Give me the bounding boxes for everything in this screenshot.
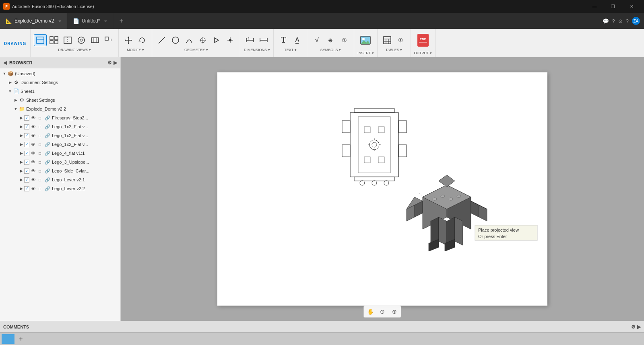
comments-settings-icon[interactable]: ⚙ [631, 324, 636, 330]
expand-doc-settings[interactable]: ▶ [7, 80, 13, 84]
tree-item-item2[interactable]: ▶ 👁 □ 🔗 Lego_1x2_Flat v... [0, 122, 120, 131]
checkbox-item1[interactable] [24, 115, 29, 121]
tree-item-explode-demo[interactable]: ▼ 📁 Explode_Demo v2:2 [0, 105, 120, 113]
expand-item4[interactable]: ▶ [19, 142, 24, 146]
section-view-button[interactable] [61, 34, 74, 46]
arc-button[interactable] [183, 34, 196, 46]
checkbox-item4[interactable] [24, 142, 29, 147]
tab-action-help2[interactable]: ? [626, 18, 629, 24]
tree-item-doc-settings[interactable]: ▶ ⚙ Document Settings [0, 78, 120, 87]
expand-root[interactable]: ▼ [2, 72, 7, 76]
rotate-button[interactable] [136, 34, 149, 46]
move-button[interactable] [122, 34, 135, 46]
tree-item-item9[interactable]: ▶ 👁 □ 🔗 Lego_Lever v2:2 [0, 184, 120, 193]
tree-item-item7[interactable]: ▶ 👁 □ 🔗 Lego_Side_Cylar... [0, 166, 120, 175]
sidebar-back-arrow[interactable]: ◀ [3, 60, 7, 66]
expand-sheet1[interactable]: ▼ [7, 89, 13, 93]
bom-button[interactable]: ① [394, 34, 407, 46]
eye-item6[interactable]: 👁 [30, 159, 36, 165]
minimize-button[interactable]: — [585, 0, 604, 13]
tree-item-sheet1[interactable]: ▼ 📄 Sheet1 [0, 87, 120, 96]
sqrt-button[interactable]: √ [310, 34, 323, 46]
eye-item8[interactable]: 👁 [30, 177, 36, 183]
tab-drawing-close[interactable]: ✕ [58, 19, 61, 23]
insert-image-button[interactable] [358, 31, 373, 49]
window-controls[interactable]: — ❐ ✕ [585, 0, 641, 13]
footer-tab-add[interactable]: + [16, 334, 26, 344]
checkbox-item6[interactable] [24, 160, 29, 165]
footer-tab-sheet1[interactable] [2, 334, 14, 344]
tab-action-notify[interactable]: 💬 [603, 18, 609, 24]
eye-item9[interactable]: 👁 [30, 185, 36, 192]
checkbox-item5[interactable] [24, 151, 29, 156]
tree-item-root[interactable]: ▼ 📦 (Unsaved) [0, 69, 120, 78]
text2-button[interactable]: A̲ [291, 34, 303, 46]
expand-item6[interactable]: ▶ [19, 160, 24, 164]
eye-item2[interactable]: 👁 [30, 123, 36, 130]
zoom-fit-button[interactable]: ⊙ [377, 307, 388, 316]
tab-untitled-close[interactable]: ✕ [104, 19, 107, 23]
point-button[interactable] [224, 34, 237, 46]
tree-item-item6[interactable]: ▶ 👁 □ 🔗 Lego_3_Upslope... [0, 158, 120, 166]
symbol2-button[interactable]: ① [338, 34, 351, 46]
sidebar-collapse-icon[interactable]: ▶ [114, 60, 117, 66]
eye-item1[interactable]: 👁 [30, 115, 36, 121]
projected-view-button[interactable] [47, 34, 60, 46]
table-button[interactable] [381, 34, 394, 46]
break-view-button[interactable] [89, 34, 101, 46]
eye-item5[interactable]: 👁 [30, 150, 36, 156]
pdf-button[interactable]: PDF [416, 31, 430, 49]
tree-item-item1[interactable]: ▶ 👁 □ 🔗 Firespray_Step2... [0, 113, 120, 122]
eye-item3[interactable]: 👁 [30, 132, 36, 139]
item5-label: Lego_4_flat v1:1 [52, 151, 120, 156]
centermark-button[interactable] [196, 34, 209, 46]
detail-view-button[interactable] [75, 34, 88, 46]
svg-marker-80 [439, 217, 447, 245]
expand-sheet-settings[interactable]: ▶ [13, 98, 19, 102]
base-view-button[interactable] [34, 34, 47, 46]
checkbox-item3[interactable] [24, 133, 29, 138]
eye-item4[interactable]: 👁 [30, 141, 36, 148]
sidebar-nav-arrows[interactable]: ◀ [3, 60, 7, 66]
eye-item7[interactable]: 👁 [30, 168, 36, 174]
canvas-area[interactable]: Place projected view Or press Enter ✋ ⊙ … [121, 57, 644, 321]
tree-item-sheet-settings[interactable]: ▶ ⚙ Sheet Settings [0, 96, 120, 105]
maximize-button[interactable]: ❐ [604, 0, 622, 13]
tree-item-item4[interactable]: ▶ 👁 □ 🔗 Lego_1x2_Flat v... [0, 140, 120, 149]
tree-item-item5[interactable]: ▶ 👁 □ 🔗 Lego_4_flat v1:1 [0, 149, 120, 158]
expand-item7[interactable]: ▶ [19, 169, 24, 173]
expand-item8[interactable]: ▶ [19, 178, 24, 182]
circle-button[interactable] [169, 34, 182, 46]
expand-item3[interactable]: ▶ [19, 133, 24, 138]
expand-explode-demo[interactable]: ▼ [13, 107, 19, 111]
tree-item-item8[interactable]: ▶ 👁 □ 🔗 Lego_Lever v2:1 [0, 175, 120, 184]
new-tab-button[interactable]: + [113, 13, 129, 29]
checkbox-item9[interactable] [24, 186, 29, 191]
footer-tabs: + [0, 332, 644, 345]
expand-item1[interactable]: ▶ [19, 116, 24, 120]
tree-item-item3[interactable]: ▶ 👁 □ 🔗 Lego_1x2_Flat v... [0, 131, 120, 140]
tab-action-user[interactable]: ZA [632, 17, 640, 25]
zoom-button[interactable]: ⊕ [389, 307, 400, 316]
close-button[interactable]: ✕ [622, 0, 641, 13]
symbol1-button[interactable]: ⊕ [324, 34, 337, 46]
checkbox-item7[interactable] [24, 168, 29, 174]
checkbox-item8[interactable] [24, 177, 29, 183]
checkbox-item2[interactable] [24, 124, 29, 129]
comments-collapse-icon[interactable]: ▶ [637, 324, 641, 330]
tab-untitled[interactable]: 📄 Untitled* ✕ [67, 13, 113, 29]
pan-button[interactable]: ✋ [365, 307, 376, 316]
tab-action-help1[interactable]: ? [612, 18, 615, 24]
tab-drawing[interactable]: 📐 Explode_Demo v2 ✕ [0, 13, 67, 29]
expand-item5[interactable]: ▶ [19, 151, 24, 155]
text-button[interactable]: T [277, 34, 290, 46]
expand-item9[interactable]: ▶ [19, 187, 24, 191]
dimension2-button[interactable] [257, 34, 270, 46]
sidebar-settings-icon[interactable]: ⚙ [107, 60, 112, 66]
tab-action-account[interactable]: ⊙ [618, 18, 623, 24]
dimension1-button[interactable]: 1 [244, 34, 256, 46]
expand-item2[interactable]: ▶ [19, 125, 24, 129]
add-view-button[interactable]: + [102, 34, 115, 46]
project-button[interactable] [210, 34, 223, 46]
line-button[interactable] [155, 34, 168, 46]
